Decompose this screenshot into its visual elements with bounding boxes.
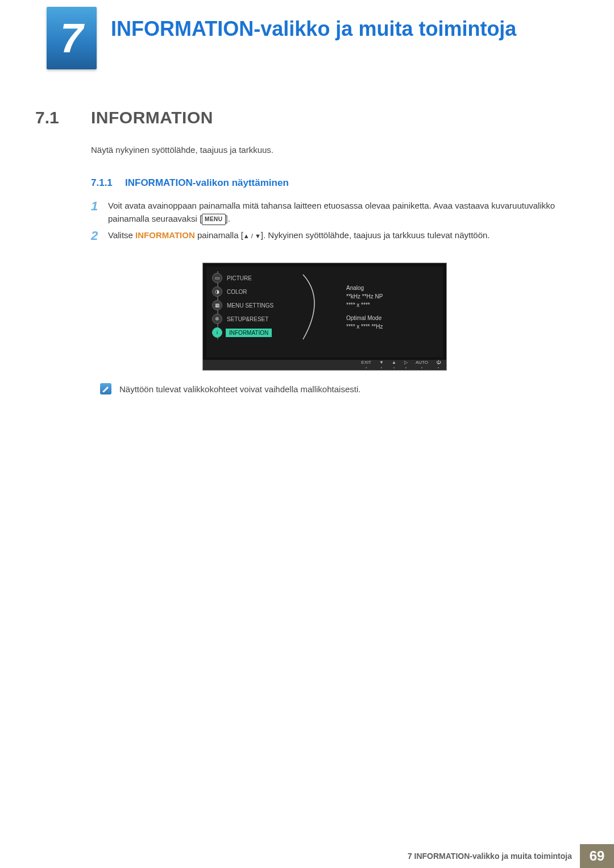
setup-icon: ✲ xyxy=(212,314,222,324)
up-down-icon: ▲ / ▼ xyxy=(243,232,261,239)
step-1-number: 1 xyxy=(91,197,98,216)
dot-icon: • xyxy=(438,366,439,369)
dot-icon: • xyxy=(421,366,422,369)
osd-info-line4: Optimal Mode xyxy=(346,314,383,322)
note-icon xyxy=(100,383,111,394)
osd-info-line3: **** x **** xyxy=(346,301,383,309)
note-text: Näyttöön tulevat valikkokohteet voivat v… xyxy=(119,384,360,394)
picture-icon: ▭ xyxy=(212,273,222,283)
osd-body: ▭PICTURE ◑COLOR ▦MENU SETTINGS ✲SETUP&RE… xyxy=(206,267,443,358)
chapter-number-badge: 7 xyxy=(47,7,97,69)
triangle-down-icon: ▼ xyxy=(379,360,384,365)
page-number: 69 xyxy=(580,844,614,868)
osd-item-menu-settings: ▦MENU SETTINGS xyxy=(212,298,319,312)
info-icon: i xyxy=(212,327,222,338)
osd-exit-button: EXIT• xyxy=(361,360,371,369)
step-2-post: ]. Nykyinen syöttölähde, taajuus ja tark… xyxy=(261,230,490,240)
step-2: 2 Valitse INFORMATION painamalla [▲ / ▼]… xyxy=(91,229,569,242)
footer-chapter-label: 7 INFORMATION-valikko ja muita toimintoj… xyxy=(400,844,580,868)
triangle-up-icon: ▲ xyxy=(392,360,396,365)
osd-info-panel: Analog **kHz **Hz NP **** x **** Optimal… xyxy=(346,284,383,331)
osd-auto-button: AUTO• xyxy=(416,360,428,369)
osd-up-button: ▲• xyxy=(392,360,396,369)
subsection-number: 7.1.1 xyxy=(91,177,113,189)
chapter-title: INFORMATION-valikko ja muita toimintoja xyxy=(111,17,580,41)
osd-power-button: ⏻• xyxy=(436,360,441,369)
enter-icon: ▷ xyxy=(404,360,408,365)
osd-menu: ▭PICTURE ◑COLOR ▦MENU SETTINGS ✲SETUP&RE… xyxy=(212,271,319,339)
osd-enter-button: ▷• xyxy=(404,360,408,369)
section-number: 7.1 xyxy=(35,108,59,127)
osd-item-color: ◑COLOR xyxy=(212,285,319,298)
step-1-text-b: ]. xyxy=(226,214,230,223)
osd-item-information: iINFORMATION xyxy=(212,326,319,339)
section-title: INFORMATION xyxy=(91,108,213,127)
step-1: 1 Voit avata avainoppaan painamalla mitä… xyxy=(91,199,569,226)
dot-icon: • xyxy=(381,366,382,369)
subsection-title: INFORMATION-valikon näyttäminen xyxy=(125,177,289,189)
step-2-mid: painamalla [ xyxy=(195,230,243,240)
section-intro: Näytä nykyinen syöttölähde, taajuus ja t… xyxy=(91,145,273,155)
dot-icon: • xyxy=(366,366,367,369)
menu-settings-icon: ▦ xyxy=(212,300,222,310)
power-icon: ⏻ xyxy=(436,360,441,365)
menu-key-label: MENU xyxy=(202,214,225,225)
step-2-highlight: INFORMATION xyxy=(135,230,195,240)
dot-icon: • xyxy=(393,366,395,369)
step-2-pre: Valitse xyxy=(108,230,135,240)
osd-down-button: ▼• xyxy=(379,360,384,369)
osd-item-picture: ▭PICTURE xyxy=(212,271,319,285)
osd-info-line2: **kHz **Hz NP xyxy=(346,292,383,301)
osd-item-setup-reset: ✲SETUP&RESET xyxy=(212,312,319,326)
page-footer: 7 INFORMATION-valikko ja muita toimintoj… xyxy=(400,844,614,868)
osd-info-line1: Analog xyxy=(346,284,383,292)
step-1-text-a: Voit avata avainoppaan painamalla mitä t… xyxy=(108,201,555,223)
dot-icon: • xyxy=(405,366,406,369)
osd-footer: EXIT• ▼• ▲• ▷• AUTO• ⏻• xyxy=(203,360,446,370)
osd-info-line5: **** x **** **Hz xyxy=(346,322,383,331)
step-2-number: 2 xyxy=(91,226,98,246)
osd-screenshot: ▭PICTURE ◑COLOR ▦MENU SETTINGS ✲SETUP&RE… xyxy=(202,263,447,371)
color-icon: ◑ xyxy=(212,286,222,297)
